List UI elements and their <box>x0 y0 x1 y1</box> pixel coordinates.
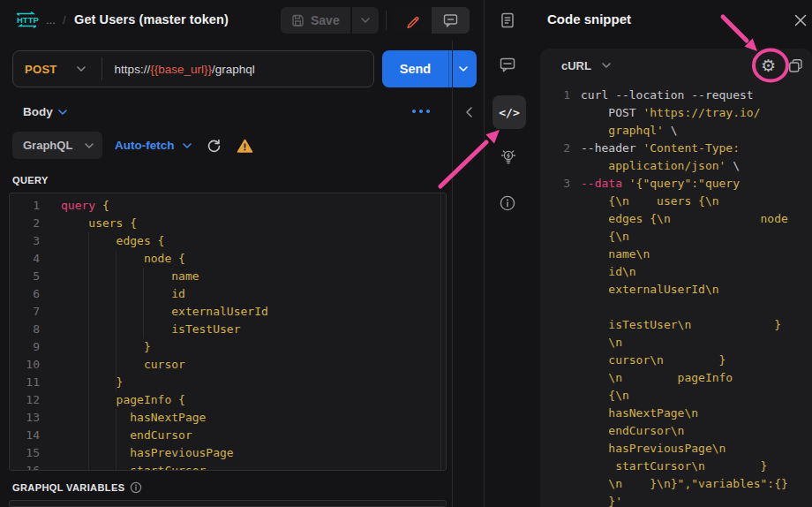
editor-scrollbar[interactable] <box>440 193 441 470</box>
code-line: hasPreviousPage\n <box>540 440 812 458</box>
indent-guide <box>116 250 117 391</box>
code-text: node { <box>40 250 185 268</box>
comment-mode-button[interactable] <box>432 7 470 34</box>
code-line: 13 hasNextPage <box>10 409 446 427</box>
breadcrumb-more[interactable]: ... <box>46 13 56 26</box>
language-dropdown[interactable]: cURL <box>561 59 591 72</box>
line-number: 14 <box>10 427 40 444</box>
topbar: HTTP ... / Get Users (master token) Save <box>0 0 484 41</box>
line-number <box>540 157 570 175</box>
code-text: name <box>40 268 199 285</box>
line-number <box>540 493 570 507</box>
code-text: application/json' \ <box>570 157 740 175</box>
code-text: isTestUser\n } <box>570 316 781 334</box>
send-button[interactable]: Send <box>382 50 448 87</box>
close-icon[interactable] <box>793 11 810 29</box>
url-divider <box>102 57 102 80</box>
line-number: 4 <box>10 250 40 268</box>
info-icon[interactable] <box>499 194 516 212</box>
code-line: 16 startCursor <box>10 462 446 471</box>
warning-icon[interactable] <box>237 139 253 154</box>
code-line: 8 isTestUser <box>10 321 446 338</box>
snippet-code-area[interactable]: 1curl --location --request POST 'https:/… <box>540 87 812 507</box>
code-text: edges {\n node <box>570 210 788 228</box>
line-number: 3 <box>10 232 40 250</box>
snippet-panel-title: Code snippet <box>547 11 631 26</box>
code-line: cursor\n } <box>540 352 812 369</box>
save-dropdown-button[interactable] <box>352 7 379 34</box>
line-number <box>540 316 570 334</box>
code-line: POST 'https://tray.io/ <box>540 104 812 122</box>
code-line: \n <box>540 334 812 352</box>
code-line: id\n <box>540 263 812 281</box>
edit-mode-button[interactable] <box>394 7 432 34</box>
line-number <box>540 475 570 493</box>
body-type-dropdown[interactable]: GraphQL <box>12 132 102 159</box>
code-line <box>540 299 812 316</box>
more-options-button[interactable] <box>412 110 430 113</box>
code-line: 2 users { <box>10 215 446 232</box>
code-line: 10 cursor <box>10 356 446 374</box>
line-number: 2 <box>540 140 570 157</box>
code-line: 7 externalUserId <box>10 303 446 321</box>
code-line: 3--data '{"query":"query <box>540 175 812 193</box>
info-icon[interactable] <box>130 481 142 494</box>
chevron-down-icon[interactable] <box>58 110 67 115</box>
line-number <box>540 104 570 122</box>
chevron-left-icon <box>465 107 472 117</box>
line-number <box>540 193 570 210</box>
graphql-query-editor[interactable]: 1query { 2 users { 3 edges { 4 node { 5 … <box>9 193 447 471</box>
code-line: name\n <box>540 246 812 263</box>
code-line: endCursor\n <box>540 422 812 440</box>
url-environment-variable[interactable]: {{base_url}} <box>150 63 212 76</box>
code-line: {\n <box>540 387 812 405</box>
line-number <box>540 281 570 299</box>
code-text: {\n <box>570 387 629 405</box>
line-number: 15 <box>10 444 40 462</box>
document-icon[interactable] <box>499 11 516 29</box>
line-number: 3 <box>540 175 570 193</box>
code-text: isTestUser <box>40 321 241 338</box>
refresh-icon <box>207 139 222 154</box>
body-tab-dropdown[interactable]: Body <box>23 105 53 118</box>
sidebar-divider <box>484 0 485 507</box>
code-line: 1curl --location --request <box>540 87 812 104</box>
refresh-schema-button[interactable] <box>207 139 222 154</box>
send-button-group: Send <box>382 50 477 87</box>
line-number: 2 <box>10 215 40 232</box>
line-number <box>540 228 570 246</box>
collapse-panel-button[interactable] <box>459 102 478 122</box>
save-button[interactable]: Save <box>281 7 350 34</box>
line-number: 1 <box>10 197 40 215</box>
code-snippet-icon[interactable]: </> <box>492 95 526 129</box>
line-number <box>540 405 570 422</box>
line-number: 6 <box>10 285 40 303</box>
lightbulb-icon[interactable] <box>499 148 518 167</box>
settings-gear-icon[interactable]: ⚙ <box>761 57 776 74</box>
code-line: 14 endCursor <box>10 427 446 444</box>
code-line: isTestUser\n } <box>540 316 812 334</box>
code-line: 11 } <box>10 374 446 391</box>
url-input[interactable]: https://{{base_url}}/graphql <box>115 63 255 76</box>
code-line: 3 edges { <box>10 232 446 250</box>
line-number <box>540 387 570 405</box>
comment-icon[interactable] <box>499 56 516 73</box>
chevron-down-icon[interactable] <box>602 63 611 68</box>
copy-icon[interactable] <box>788 58 803 73</box>
variables-section-label: GRAPHQL VARIABLES <box>12 481 142 494</box>
url-suffix: /graphql <box>212 63 255 76</box>
chevron-down-icon[interactable] <box>77 66 86 72</box>
graphql-variables-editor[interactable]: 1 <box>9 500 447 507</box>
code-line: 6 id <box>10 285 446 303</box>
method-selector[interactable]: POST <box>13 63 57 76</box>
query-section-label: QUERY <box>12 175 49 185</box>
code-text: } <box>40 374 123 391</box>
snippet-code-lines: 1curl --location --request POST 'https:/… <box>540 87 812 507</box>
code-text: edges { <box>40 232 164 250</box>
request-title: Get Users (master token) <box>74 12 229 26</box>
code-text: \n }\n}","variables":{} <box>570 475 788 493</box>
topbar-divider <box>386 11 387 30</box>
snippet-panel: cURL ⚙ 1curl --location --request POST '… <box>540 49 812 507</box>
autofetch-dropdown[interactable]: Auto-fetch <box>115 139 192 152</box>
save-label: Save <box>311 13 340 27</box>
